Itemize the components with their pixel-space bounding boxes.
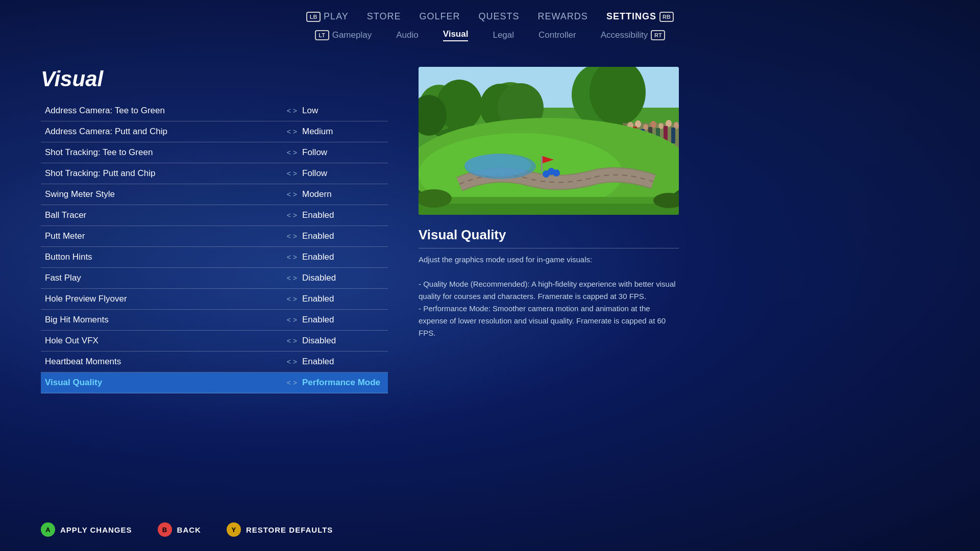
setting-arrows-3[interactable]: < >: [287, 169, 297, 178]
sub-nav-items: Gameplay Audio Visual Legal Controller A…: [332, 29, 648, 41]
detail-title: Visual Quality: [419, 227, 679, 248]
setting-row-10[interactable]: Big Hit Moments< >Enabled: [41, 310, 388, 331]
nav-rewards[interactable]: REWARDS: [538, 11, 588, 22]
setting-row-8[interactable]: Fast Play< >Disabled: [41, 268, 388, 289]
setting-row-1[interactable]: Address Camera: Putt and Chip< >Medium: [41, 121, 388, 142]
setting-value-1: Medium: [302, 127, 384, 137]
lb-button[interactable]: LB: [306, 12, 321, 22]
lt-button[interactable]: LT: [315, 30, 329, 40]
setting-label-10: Big Hit Moments: [45, 315, 282, 325]
subnav-audio[interactable]: Audio: [396, 30, 418, 40]
subnav-gameplay[interactable]: Gameplay: [332, 30, 372, 40]
svg-point-32: [464, 154, 531, 177]
setting-value-12: Enabled: [302, 357, 384, 367]
setting-arrows-12[interactable]: < >: [287, 358, 297, 366]
setting-arrows-4[interactable]: < >: [287, 190, 297, 198]
detail-description: Adjust the graphics mode used for in-gam…: [419, 254, 679, 339]
setting-row-2[interactable]: Shot Tracking: Tee to Green< >Follow: [41, 142, 388, 163]
left-panel: Visual Address Camera: Tee to Green< >Lo…: [41, 67, 388, 393]
setting-row-11[interactable]: Hole Out VFX< >Disabled: [41, 331, 388, 352]
right-panel: Visual Quality Adjust the graphics mode …: [419, 67, 939, 393]
setting-row-4[interactable]: Swing Meter Style< >Modern: [41, 184, 388, 205]
y-button-icon: Y: [227, 522, 241, 537]
setting-arrows-2[interactable]: < >: [287, 148, 297, 157]
subnav-accessibility[interactable]: Accessibility: [601, 30, 648, 40]
nav-settings[interactable]: SETTINGS: [606, 11, 656, 22]
setting-value-5: Enabled: [302, 210, 384, 220]
subnav-visual[interactable]: Visual: [443, 29, 469, 41]
setting-value-0: Low: [302, 106, 384, 116]
svg-point-16: [635, 120, 641, 128]
setting-arrows-0[interactable]: < >: [287, 107, 297, 115]
main-content: Visual Address Camera: Tee to Green< >Lo…: [0, 52, 980, 393]
rb-button[interactable]: RB: [659, 12, 674, 22]
setting-row-9[interactable]: Hole Preview Flyover< >Enabled: [41, 289, 388, 310]
setting-value-3: Follow: [302, 168, 384, 179]
setting-label-4: Swing Meter Style: [45, 189, 282, 199]
setting-label-3: Shot Tracking: Putt and Chip: [45, 168, 282, 179]
svg-point-20: [666, 120, 672, 127]
svg-rect-33: [541, 156, 543, 171]
bottom-bar: A APPLY CHANGES B BACK Y RESTORE DEFAULT…: [0, 522, 980, 537]
back-label: BACK: [177, 525, 201, 534]
nav-play[interactable]: PLAY: [324, 11, 349, 22]
rt-button[interactable]: RT: [651, 30, 665, 40]
setting-label-12: Heartbeat Moments: [45, 357, 282, 367]
back-button[interactable]: B BACK: [158, 522, 201, 537]
setting-value-4: Modern: [302, 189, 384, 199]
setting-arrows-9[interactable]: < >: [287, 295, 297, 303]
setting-label-2: Shot Tracking: Tee to Green: [45, 147, 282, 158]
setting-row-7[interactable]: Button Hints< >Enabled: [41, 247, 388, 268]
sub-navigation: LT Gameplay Audio Visual Legal Controlle…: [0, 29, 980, 41]
setting-arrows-6[interactable]: < >: [287, 232, 297, 240]
nav-golfer[interactable]: GOLFER: [420, 11, 460, 22]
svg-rect-28: [671, 128, 675, 143]
setting-label-7: Button Hints: [45, 252, 282, 262]
subnav-controller[interactable]: Controller: [538, 30, 576, 40]
setting-value-6: Enabled: [302, 231, 384, 241]
nav-store[interactable]: STORE: [367, 11, 401, 22]
setting-arrows-5[interactable]: < >: [287, 211, 297, 219]
setting-arrows-10[interactable]: < >: [287, 316, 297, 324]
setting-row-12[interactable]: Heartbeat Moments< >Enabled: [41, 352, 388, 372]
setting-row-13[interactable]: Visual Quality< >Performance Mode: [41, 372, 388, 393]
setting-row-5[interactable]: Ball Tracer< >Enabled: [41, 205, 388, 226]
setting-arrows-11[interactable]: < >: [287, 337, 297, 345]
top-nav-items: PLAY STORE GOLFER QUESTS REWARDS SETTING…: [324, 11, 656, 22]
apply-changes-button[interactable]: A APPLY CHANGES: [41, 522, 132, 537]
setting-row-3[interactable]: Shot Tracking: Putt and Chip< >Follow: [41, 163, 388, 184]
setting-value-11: Disabled: [302, 336, 384, 346]
setting-arrows-8[interactable]: < >: [287, 274, 297, 282]
setting-value-2: Follow: [302, 147, 384, 158]
setting-label-5: Ball Tracer: [45, 210, 282, 220]
setting-arrows-1[interactable]: < >: [287, 128, 297, 136]
subnav-legal[interactable]: Legal: [493, 30, 514, 40]
setting-arrows-7[interactable]: < >: [287, 253, 297, 261]
setting-value-13: Performance Mode: [302, 378, 384, 388]
setting-label-1: Address Camera: Putt and Chip: [45, 127, 282, 137]
restore-defaults-label: RESTORE DEFAULTS: [246, 525, 333, 534]
setting-row-0[interactable]: Address Camera: Tee to Green< >Low: [41, 101, 388, 121]
page-title: Visual: [41, 67, 388, 91]
apply-changes-label: APPLY CHANGES: [60, 525, 132, 534]
restore-defaults-button[interactable]: Y RESTORE DEFAULTS: [227, 522, 333, 537]
detail-panel: Visual Quality Adjust the graphics mode …: [419, 227, 679, 339]
setting-value-10: Enabled: [302, 315, 384, 325]
a-button-icon: A: [41, 522, 55, 537]
top-navigation: LB PLAY STORE GOLFER QUESTS REWARDS SETT…: [0, 0, 980, 22]
b-button-icon: B: [158, 522, 172, 537]
svg-point-18: [650, 121, 656, 128]
setting-value-8: Disabled: [302, 273, 384, 283]
setting-label-13: Visual Quality: [45, 378, 282, 388]
svg-point-37: [548, 168, 555, 175]
settings-list: Address Camera: Tee to Green< >LowAddres…: [41, 101, 388, 393]
setting-value-9: Enabled: [302, 294, 384, 304]
svg-rect-39: [419, 204, 679, 215]
setting-label-9: Hole Preview Flyover: [45, 294, 282, 304]
setting-row-6[interactable]: Putt Meter< >Enabled: [41, 226, 388, 247]
setting-arrows-13[interactable]: < >: [287, 379, 297, 387]
setting-label-8: Fast Play: [45, 273, 282, 283]
setting-label-11: Hole Out VFX: [45, 336, 282, 346]
course-preview-image: [419, 67, 679, 215]
nav-quests[interactable]: QUESTS: [479, 11, 520, 22]
